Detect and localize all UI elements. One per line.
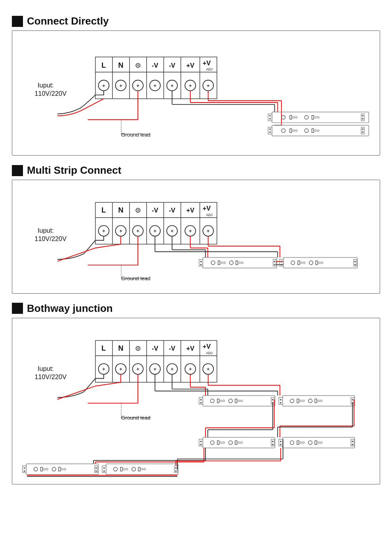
svg-point-281 [34, 467, 38, 471]
svg-point-245 [210, 440, 214, 444]
svg-text:+: + [119, 228, 122, 234]
svg-rect-64 [272, 125, 369, 136]
svg-point-77 [362, 128, 363, 130]
svg-point-221 [303, 400, 304, 402]
svg-point-78 [362, 131, 363, 133]
svg-rect-149 [316, 261, 318, 265]
svg-point-68 [282, 129, 285, 133]
svg-rect-204 [217, 399, 219, 403]
svg-rect-145 [298, 261, 300, 265]
svg-point-127 [211, 261, 215, 265]
svg-point-266 [318, 441, 320, 443]
svg-point-269 [352, 440, 353, 442]
svg-point-209 [238, 400, 240, 402]
svg-rect-199 [203, 395, 275, 406]
svg-rect-54 [290, 116, 292, 120]
svg-text:+: + [171, 228, 174, 234]
svg-point-285 [52, 467, 56, 471]
svg-text:-V: -V [169, 345, 175, 352]
svg-point-254 [272, 440, 274, 442]
svg-point-133 [239, 262, 241, 264]
svg-rect-128 [218, 261, 220, 265]
svg-rect-123 [203, 258, 277, 268]
svg-text:+: + [207, 83, 210, 89]
svg-rect-61 [361, 114, 364, 121]
svg-text:+: + [136, 228, 139, 234]
svg-point-262 [300, 441, 302, 443]
svg-rect-297 [120, 467, 122, 471]
svg-rect-250 [235, 440, 237, 444]
svg-point-300 [132, 467, 136, 471]
svg-point-151 [321, 262, 323, 264]
ground-lead-1: Ground lead [121, 132, 150, 138]
svg-point-142 [281, 261, 282, 262]
svg-point-220 [300, 400, 302, 402]
svg-rect-69 [290, 129, 292, 133]
svg-text:+: + [102, 83, 105, 89]
svg-text:+V: +V [186, 345, 194, 352]
svg-text:N: N [118, 206, 124, 214]
svg-text:N: N [118, 344, 124, 352]
svg-rect-223 [315, 399, 317, 403]
svg-text:+: + [207, 228, 210, 234]
svg-rect-256 [283, 437, 355, 448]
svg-text:+: + [119, 366, 122, 372]
svg-text:+V: +V [186, 62, 194, 69]
svg-point-255 [272, 444, 274, 445]
svg-point-150 [318, 262, 320, 264]
svg-text:+: + [189, 366, 192, 372]
svg-point-291 [95, 470, 97, 472]
svg-point-125 [200, 261, 202, 262]
svg-point-57 [304, 116, 308, 120]
svg-rect-65 [268, 127, 272, 134]
svg-point-56 [295, 116, 297, 118]
svg-point-201 [200, 399, 202, 401]
svg-text:+: + [136, 83, 139, 89]
svg-point-52 [269, 118, 271, 120]
diagram-2-svg: Iuput: 110V/220V L N ⊜ -V -V +V +V ADJ +… [19, 187, 373, 286]
svg-rect-76 [361, 127, 364, 134]
svg-text:+: + [171, 83, 174, 89]
svg-point-153 [354, 261, 356, 262]
svg-text:-V: -V [152, 62, 158, 69]
input-voltage-2: 110V/220V [34, 235, 67, 242]
section-1-header: Connect Directly [12, 15, 380, 27]
svg-point-66 [269, 128, 271, 130]
svg-point-294 [103, 467, 105, 469]
svg-point-227 [352, 399, 353, 401]
svg-text:⊜: ⊜ [135, 344, 141, 352]
svg-point-249 [228, 440, 232, 444]
svg-point-74 [315, 130, 317, 132]
svg-rect-73 [312, 129, 314, 133]
svg-point-131 [229, 261, 233, 265]
svg-text:L: L [101, 61, 106, 69]
svg-text:+V: +V [203, 205, 211, 212]
svg-point-51 [269, 115, 271, 117]
svg-text:ADJ: ADJ [206, 67, 212, 71]
svg-point-283 [44, 468, 46, 470]
svg-text:-V: -V [152, 207, 158, 214]
svg-point-71 [295, 130, 297, 132]
svg-point-305 [175, 467, 177, 469]
svg-rect-277 [26, 464, 98, 475]
svg-text:-V: -V [152, 345, 158, 352]
svg-rect-214 [283, 395, 355, 406]
svg-point-224 [318, 400, 320, 402]
svg-text:-V: -V [169, 207, 175, 214]
svg-point-251 [238, 441, 240, 443]
svg-point-154 [354, 264, 356, 266]
svg-point-290 [95, 467, 97, 469]
diagram-1-svg: Iuput: 110V/220V L N ⊜ -V -V +V +V ADJ + [19, 38, 373, 148]
svg-text:+: + [189, 83, 192, 89]
svg-text:ADJ: ADJ [206, 351, 212, 355]
svg-text:+: + [153, 366, 156, 372]
svg-point-270 [352, 444, 353, 445]
section-1-icon [12, 16, 23, 27]
svg-point-306 [175, 470, 177, 472]
svg-point-130 [224, 262, 226, 264]
svg-point-59 [315, 116, 317, 118]
svg-text:-V: -V [169, 62, 175, 69]
svg-point-259 [280, 444, 282, 445]
section-3-title: Bothway junction [27, 302, 113, 315]
svg-point-210 [241, 400, 243, 402]
